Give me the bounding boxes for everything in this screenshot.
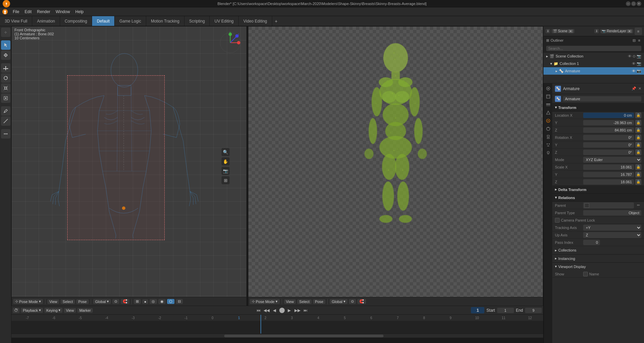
right-select-menu[interactable]: Select xyxy=(297,299,312,304)
scene-sel-icon[interactable]: ⊙ xyxy=(633,54,636,59)
overlay-toggle[interactable]: ⊞ xyxy=(134,299,141,304)
tool-transform[interactable] xyxy=(1,93,10,103)
prop-scene-icon[interactable] xyxy=(545,109,552,116)
loc-x-value[interactable]: 0 cm xyxy=(583,113,634,118)
parent-field[interactable] xyxy=(583,202,634,208)
tool-header-btn[interactable]: ⊹ xyxy=(1,28,10,37)
playback-menu[interactable]: Playback ▾ xyxy=(21,308,43,313)
menu-render[interactable]: Render xyxy=(34,9,53,15)
tab-scripting[interactable]: Scripting xyxy=(185,16,210,26)
right-pose-menu[interactable]: Pose xyxy=(313,299,325,304)
right-viewport[interactable]: ⊹ Pose Mode ▾ View Select Pose Global ▾ xyxy=(248,26,543,306)
outliner-search-input[interactable] xyxy=(546,46,641,51)
tool-measure[interactable] xyxy=(1,116,10,126)
mode-select[interactable]: XYZ Euler XZY Euler Quaternion xyxy=(583,157,641,163)
timeline-track[interactable]: -7 -6 -5 -4 -3 -2 -1 0 1 2 3 4 5 6 xyxy=(11,315,543,334)
view-menu[interactable]: View xyxy=(47,299,59,304)
rot-y-lock[interactable]: 🔒 xyxy=(635,142,641,148)
c1-vis-icon[interactable]: 👁 xyxy=(632,62,636,66)
prop-physics-icon[interactable] xyxy=(545,149,552,157)
jump-end-btn[interactable]: ⏭ xyxy=(302,307,309,314)
parent-edit-icon[interactable]: ✏ xyxy=(635,202,641,208)
outliner-scene-collection[interactable]: ▸ 🎬 Scene Collection 👁 ⊙ 📷 xyxy=(544,52,644,60)
right-view-menu[interactable]: View xyxy=(284,299,296,304)
arm-rend-icon[interactable]: 📷 xyxy=(637,69,641,73)
header-icon-group[interactable]: ⏱ xyxy=(13,308,19,313)
tool-select[interactable] xyxy=(1,40,10,50)
rot-z-value[interactable]: 0° xyxy=(583,150,634,155)
maximize-button[interactable]: □ xyxy=(631,1,636,6)
tab-video-editing[interactable]: Video Editing xyxy=(239,16,272,26)
loc-x-lock[interactable]: 🔒 xyxy=(635,112,641,118)
right-global-select[interactable]: Global ▾ xyxy=(330,299,348,304)
tab-compositing[interactable]: Compositing xyxy=(60,16,92,26)
tab-default[interactable]: Default xyxy=(92,16,115,26)
scene-vis-icon[interactable]: 👁 xyxy=(628,54,632,59)
vp-pan-btn[interactable]: ✋ xyxy=(222,157,230,165)
scale-x-lock[interactable]: 🔒 xyxy=(635,164,641,170)
prop-particles-icon[interactable] xyxy=(545,141,552,149)
shading-solid[interactable]: ● xyxy=(142,299,149,304)
arm-vis-icon[interactable]: 👁 xyxy=(632,69,636,73)
tab-animation[interactable]: Animation xyxy=(32,16,60,26)
scale-y-value[interactable]: 16.787 xyxy=(583,172,634,177)
vp-zoom-btn[interactable]: 🔍 xyxy=(222,148,230,156)
pose-menu[interactable]: Pose xyxy=(76,299,89,304)
start-frame-input[interactable]: 1 xyxy=(497,308,514,313)
step-back-btn[interactable]: ◀◀ xyxy=(263,307,270,314)
instancing-section[interactable]: ▸ Instancing xyxy=(552,254,644,262)
timeline-cursor[interactable] xyxy=(260,315,261,334)
shading-wireframe-btn[interactable]: ⬡ xyxy=(167,299,174,304)
play-btn[interactable]: ▶ xyxy=(286,307,293,314)
jump-start-btn[interactable]: ⏮ xyxy=(255,307,262,314)
tool-cursor[interactable] xyxy=(1,50,10,60)
global-select[interactable]: Global ▾ xyxy=(93,299,111,304)
outliner-collection1[interactable]: ▾ 📁 Collection 1 👁 📷 xyxy=(544,60,644,67)
tool-rotate[interactable] xyxy=(1,73,10,83)
parent-type-value[interactable]: Object xyxy=(583,210,641,216)
relations-section-header[interactable]: ▾ Relations xyxy=(552,194,644,202)
timeline-scrollbar[interactable] xyxy=(11,334,543,338)
render-layer-btn[interactable]: 📷 RenderLayer ✕ xyxy=(600,29,633,33)
tool-extra[interactable] xyxy=(1,129,10,139)
pause-btn[interactable] xyxy=(279,308,285,313)
tab-game-logic[interactable]: Game Logic xyxy=(115,16,146,26)
shading-render[interactable]: ◉ xyxy=(158,299,166,304)
transform-section-header[interactable]: ▾ Transform xyxy=(552,104,644,112)
pass-index-value[interactable]: 0 xyxy=(583,240,600,245)
scene-close[interactable]: ✕ xyxy=(568,30,573,33)
current-frame-input[interactable]: 1 xyxy=(471,307,484,313)
scale-x-value[interactable]: 18.061 xyxy=(583,164,634,170)
rot-z-lock[interactable]: 🔒 xyxy=(635,149,641,155)
tool-annotate[interactable] xyxy=(1,106,10,116)
shading-xray[interactable]: ⊟ xyxy=(176,299,183,304)
rl-dropdown-btn[interactable]: ⬇ xyxy=(594,29,599,33)
vp-camera-btn[interactable]: 📷 xyxy=(222,167,230,175)
rot-x-value[interactable]: 0° xyxy=(583,135,634,140)
left-viewport[interactable]: Front Orthographic (1) Armature : Bone.0… xyxy=(11,26,247,306)
tab-uv-editing[interactable]: UV Editing xyxy=(210,16,239,26)
proportional-edit[interactable]: ⊙ xyxy=(112,299,119,304)
menu-help[interactable]: Help xyxy=(73,9,86,15)
play-back-btn[interactable]: ◀ xyxy=(271,307,278,314)
viewport-display-section[interactable]: ▾ Viewport Display xyxy=(552,262,644,270)
rl-close[interactable]: ✕ xyxy=(627,30,632,33)
menu-edit[interactable]: Edit xyxy=(22,9,34,15)
delta-transform-section[interactable]: ▸ Delta Transform xyxy=(552,186,644,194)
prop-constraint-icon[interactable] xyxy=(545,125,552,132)
right-snap[interactable]: 🧲 xyxy=(357,299,366,304)
right-proportional[interactable]: ⊙ xyxy=(349,299,356,304)
scale-z-value[interactable]: 18.061 xyxy=(583,179,634,185)
tab-motion-tracking[interactable]: Motion Tracking xyxy=(146,16,185,26)
prop-render-icon[interactable] xyxy=(545,85,552,92)
show-checkbox[interactable] xyxy=(583,272,588,276)
outliner-armature[interactable]: ▸ 🦴 Armature 👁 📷 xyxy=(544,67,644,75)
end-frame-input[interactable]: 9 xyxy=(525,308,542,313)
rot-y-value[interactable]: 0° xyxy=(583,142,634,148)
tool-move[interactable] xyxy=(1,63,10,73)
tracking-axis-select[interactable]: +Y +X +Z -X -Y -Z xyxy=(583,225,641,231)
loc-z-value[interactable]: 84.891 cm xyxy=(583,127,634,133)
tab-3d-view-full[interactable]: 3D View Full xyxy=(0,16,32,26)
snap-toggle[interactable]: 🧲 xyxy=(121,299,129,304)
close-button[interactable]: ✕ xyxy=(637,1,641,6)
